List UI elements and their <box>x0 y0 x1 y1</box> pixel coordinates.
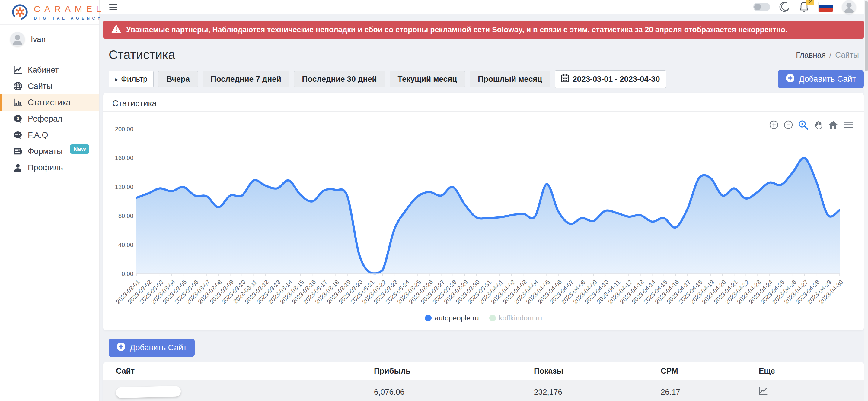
column-header-показы: Показы <box>521 366 648 376</box>
sidebar-item-форматы[interactable]: ФорматыNew <box>0 143 99 160</box>
sidebar-item-профиль[interactable]: Профиль <box>0 160 99 176</box>
line-chart-icon <box>13 66 22 74</box>
breadcrumb-current[interactable]: Сайты <box>835 51 859 60</box>
sidebar-user[interactable]: Ivan <box>0 25 99 54</box>
redacted-site-name <box>116 386 181 398</box>
brand-name: CARAMEL <box>34 4 105 14</box>
chart-menu-icon[interactable] <box>843 120 854 129</box>
alert-banner: Уважаемые партнеры, Наблюдаются техничес… <box>103 21 864 39</box>
zoom-in-icon[interactable] <box>769 120 779 130</box>
sidebar: CARAMEL DIGITAL AGENCY Ivan КабинетСайты… <box>0 0 100 401</box>
site-name-cell <box>103 387 361 397</box>
topbar: 2 <box>100 0 868 14</box>
sidebar-item-реферал[interactable]: $Реферал <box>0 111 99 127</box>
legend-item-autopeople.ru[interactable]: autopeople.ru <box>425 314 479 322</box>
filter-button[interactable]: ▸ Фильтр <box>108 71 154 88</box>
legend-label: autopeople.ru <box>435 314 479 322</box>
user-icon <box>13 163 22 172</box>
notifications-bell-icon[interactable]: 2 <box>799 1 809 13</box>
filter-row: ▸ Фильтр ВчераПоследние 7 днейПоследние … <box>103 70 864 88</box>
statistics-chart-card: Статистика <box>103 93 864 330</box>
cpm-cell: 26.17 <box>648 388 746 397</box>
brand-tagline: DIGITAL AGENCY <box>34 16 105 21</box>
sidebar-menu: КабинетСайтыСтатистика$РефералF.A.QФорма… <box>0 54 99 176</box>
preset-button-4[interactable]: Прошлый месяц <box>470 71 550 88</box>
sidebar-item-label: Профиль <box>28 163 63 172</box>
brand-logo[interactable]: CARAMEL DIGITAL AGENCY <box>0 0 99 25</box>
breadcrumb-home[interactable]: Главная <box>796 51 826 60</box>
preset-button-2[interactable]: Последние 30 дней <box>294 71 385 88</box>
impressions-cell: 232,176 <box>521 388 648 397</box>
sidebar-item-label: F.A.Q <box>28 131 48 140</box>
sidebar-item-сайты[interactable]: Сайты <box>0 78 99 94</box>
page-content: Уважаемые партнеры, Наблюдаются техничес… <box>100 14 868 401</box>
window-scrollbar[interactable] <box>864 0 868 401</box>
zoom-out-icon[interactable] <box>783 120 793 130</box>
panning-hand-icon[interactable] <box>813 120 823 130</box>
user-avatar <box>10 32 25 46</box>
preset-button-3[interactable]: Текущий месяц <box>390 71 465 88</box>
calendar-icon <box>561 74 569 85</box>
plus-circle-icon <box>785 73 795 85</box>
table-header-row: СайтПрибыльПоказыCPMЕще <box>103 362 864 380</box>
legend-marker <box>425 315 432 322</box>
sidebar-item-label: Кабинет <box>28 65 59 75</box>
sidebar-item-label: Статистика <box>28 98 71 107</box>
chart-toolbar <box>769 120 854 130</box>
dark-mode-moon-icon[interactable] <box>779 2 789 12</box>
caret-right-icon: ▸ <box>115 76 118 83</box>
comment-dots-icon <box>13 131 22 139</box>
preset-button-1[interactable]: Последние 7 дней <box>203 71 289 88</box>
reset-home-icon[interactable] <box>828 120 838 130</box>
sidebar-item-label: Сайты <box>28 82 53 91</box>
date-range-value: 2023-03-01 - 2023-04-30 <box>572 74 660 84</box>
page-title: Статистика <box>108 47 175 62</box>
language-flag-russia[interactable] <box>818 2 833 12</box>
scrollbar-thumb[interactable] <box>865 1 868 71</box>
area-chart-plot[interactable] <box>136 129 840 277</box>
preset-button-0[interactable]: Вчера <box>158 71 198 88</box>
sites-table: СайтПрибыльПоказыCPMЕще 6,076.06232,1762… <box>103 362 864 401</box>
breadcrumb-separator: / <box>829 51 832 60</box>
selection-zoom-icon[interactable] <box>798 120 808 130</box>
column-header-cpm: CPM <box>648 366 746 376</box>
bar-chart-icon <box>13 98 22 107</box>
profile-avatar[interactable] <box>842 0 856 14</box>
add-site-button-bottom[interactable]: Добавить Сайт <box>108 339 195 357</box>
more-cell <box>746 387 864 397</box>
hamburger-menu-icon[interactable] <box>107 2 119 12</box>
new-badge: New <box>70 144 89 154</box>
notifications-count-badge: 2 <box>806 0 814 5</box>
main-area: 2 Уважаемые партнеры, Наблюдаются технич… <box>100 0 868 401</box>
add-site-button-top[interactable]: Добавить Сайт <box>778 70 864 88</box>
comment-dollar-icon: $ <box>13 114 22 123</box>
column-header-прибыль: Прибыль <box>361 366 521 376</box>
row-stats-chart-icon[interactable] <box>759 387 768 395</box>
sidebar-item-label: Реферал <box>28 114 62 124</box>
date-range-picker[interactable]: 2023-03-01 - 2023-04-30 <box>555 70 666 88</box>
legend-item-koffkindom.ru[interactable]: koffkindom.ru <box>489 314 542 322</box>
y-axis-label: 200.00 <box>103 126 133 133</box>
title-row: Статистика Главная / Сайты <box>103 47 864 62</box>
y-axis-label: 80.00 <box>103 212 133 220</box>
chart-card-title: Статистика <box>103 93 864 112</box>
brand-logo-icon <box>10 2 30 23</box>
sidebar-item-кабинет[interactable]: Кабинет <box>0 62 99 78</box>
sidebar-item-f-a-q[interactable]: F.A.Q <box>0 127 99 143</box>
y-axis-label: 160.00 <box>103 155 133 162</box>
sidebar-item-статистика[interactable]: Статистика <box>0 94 99 111</box>
y-axis-label: 40.00 <box>103 241 133 248</box>
y-axis-label: 120.00 <box>103 183 133 191</box>
breadcrumb: Главная / Сайты <box>796 51 859 60</box>
plus-circle-icon <box>117 342 126 354</box>
legend-marker <box>489 315 496 322</box>
newspaper-icon <box>13 147 22 156</box>
chart-area: 0.0040.0080.00120.00160.00200.00 2023-03… <box>103 112 864 330</box>
sidebar-item-label: Форматы <box>28 147 62 156</box>
column-header-сайт: Сайт <box>103 366 361 376</box>
svg-text:$: $ <box>17 116 19 121</box>
theme-toggle[interactable] <box>753 3 770 11</box>
alert-text: Уважаемые партнеры, Наблюдаются техничес… <box>126 25 787 34</box>
y-axis-label: 0.00 <box>103 270 133 277</box>
user-name: Ivan <box>31 35 45 44</box>
